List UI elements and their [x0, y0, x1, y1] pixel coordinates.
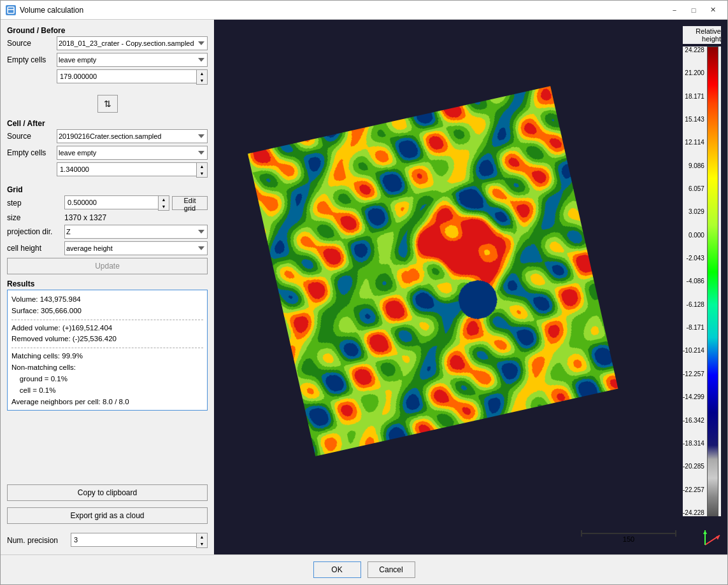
cell-source-select[interactable]: 20190216Crater.section.sampled	[57, 129, 208, 143]
scale-bar: 150	[581, 533, 676, 543]
colorbar-label: 3.029	[689, 208, 704, 215]
main-window: Volume calculation − □ ✕ Ground / Before…	[0, 0, 728, 585]
colorbar-label: -2.043	[687, 255, 704, 262]
grid-section: Grid step ▲ ▼ Edit grid	[7, 185, 208, 274]
scale-label: 150	[623, 535, 634, 543]
ground-height-input[interactable]	[57, 69, 196, 83]
ground-source-label: Source	[7, 39, 57, 48]
colorbar-label: -8.171	[687, 324, 704, 331]
cell-height-down[interactable]: ▼	[197, 170, 207, 177]
grid-projection-row: projection dir. Z	[7, 225, 208, 239]
num-precision-row: Num. precision ▲ ▼	[7, 533, 208, 548]
colorbar-gradient	[707, 46, 718, 516]
svg-marker-3	[716, 535, 720, 540]
cell-source-row: Source 20190216Crater.section.sampled	[7, 129, 208, 143]
grid-cell-height-label: cell height	[7, 244, 64, 253]
cell-height-input[interactable]	[57, 162, 196, 176]
cell-empty-cells-label: Empty cells	[7, 148, 57, 157]
colorbar-label: 18.171	[685, 93, 704, 100]
results-text: Volume: 143,975.984 Surface: 305,666.000…	[11, 294, 203, 407]
grid-size-value: 1370 x 1327	[64, 213, 106, 222]
colorbar-label: 12.114	[685, 139, 704, 146]
ground-height-down[interactable]: ▼	[197, 77, 207, 84]
axes-icon	[702, 529, 721, 548]
ground-height-row: ▲ ▼	[7, 69, 208, 85]
result-matching: Matching cells: 99.9%	[11, 351, 203, 362]
num-precision-arrows: ▲ ▼	[196, 533, 208, 548]
colorbar-label: -20.285	[683, 463, 704, 470]
grid-step-down[interactable]: ▼	[159, 203, 169, 210]
edit-grid-button[interactable]: Edit grid	[172, 196, 208, 210]
grid-step-input[interactable]	[64, 195, 158, 209]
window-controls: − □ ✕	[665, 3, 722, 17]
copy-clipboard-button[interactable]: Copy to clipboard	[7, 484, 208, 501]
ground-source-select[interactable]: 2018_01_23_crater - Copy.section.sampled	[57, 36, 208, 50]
grid-step-up[interactable]: ▲	[159, 196, 169, 203]
grid-step-arrows: ▲ ▼	[158, 195, 169, 211]
result-avg-neighbors: Average neighbors per cell: 8.0 / 8.0	[11, 397, 203, 408]
results-section: Results Volume: 143,975.984 Surface: 305…	[7, 279, 208, 481]
colorbar-label: 24.228	[685, 46, 704, 53]
update-button[interactable]: Update	[7, 258, 208, 274]
grid-cell-height-select[interactable]: average height	[64, 241, 208, 255]
grid-size-row: size 1370 x 1327	[7, 213, 208, 222]
cell-empty-cells-select[interactable]: leave empty	[57, 146, 208, 160]
colorbar-label: 6.057	[689, 185, 704, 192]
grid-cell-height-row: cell height average height	[7, 241, 208, 255]
grid-step-wrap: ▲ ▼ Edit grid	[64, 195, 208, 211]
ground-empty-cells-label: Empty cells	[7, 55, 57, 64]
grid-step-label: step	[7, 199, 64, 208]
gradient-bar	[708, 47, 718, 516]
result-nonmatching: Non-matching cells:	[11, 362, 203, 374]
num-precision-down[interactable]: ▼	[197, 540, 207, 547]
colorbar-title: Relative height	[683, 26, 721, 44]
minimize-button[interactable]: −	[665, 3, 684, 17]
colorbar-labels: 24.22821.20018.17115.14312.1149.0866.057…	[683, 46, 704, 516]
num-precision-spinbox: ▲ ▼	[71, 533, 208, 548]
num-precision-input[interactable]	[71, 533, 196, 547]
colorbar-wrap: 24.22821.20018.17115.14312.1149.0866.057…	[683, 46, 721, 516]
colorbar-label: -6.128	[687, 301, 704, 308]
result-volume: Volume: 143,975.984	[11, 294, 203, 306]
result-surface: Surface: 305,666.000	[11, 306, 203, 317]
cancel-button[interactable]: Cancel	[368, 561, 415, 578]
grid-size-label: size	[7, 213, 64, 222]
cell-empty-cells-row: Empty cells leave empty	[7, 146, 208, 160]
grid-projection-label: projection dir.	[7, 227, 64, 236]
window-title: Volume calculation	[20, 6, 665, 15]
colorbar-label: 9.086	[689, 162, 704, 169]
export-grid-button[interactable]: Export grid as a cloud	[7, 507, 208, 524]
swap-button-container: ⇅	[7, 95, 208, 113]
ground-height-spinbox: ▲ ▼	[57, 69, 208, 85]
ground-empty-cells-select[interactable]: leave empty	[57, 53, 208, 67]
cell-height-up[interactable]: ▲	[197, 163, 207, 170]
cell-after-section: Cell / After Source 20190216Crater.secti…	[7, 119, 208, 180]
colorbar-container: Relative height 24.22821.20018.17115.143…	[683, 26, 721, 516]
ground-source-row: Source 2018_01_23_crater - Copy.section.…	[7, 36, 208, 50]
left-panel: Ground / Before Source 2018_01_23_crater…	[1, 20, 214, 554]
cell-height-spinbox: ▲ ▼	[57, 162, 208, 178]
grid-step-row: step ▲ ▼ Edit grid	[7, 195, 208, 211]
titlebar: Volume calculation − □ ✕	[1, 1, 727, 20]
colorbar-label: -12.257	[683, 370, 704, 377]
grid-projection-select[interactable]: Z	[64, 225, 208, 239]
right-panel: Relative height 24.22821.20018.17115.143…	[214, 20, 727, 554]
colorbar-label: 0.000	[689, 232, 704, 239]
maximize-button[interactable]: □	[684, 3, 703, 17]
num-precision-up[interactable]: ▲	[197, 533, 207, 540]
ground-before-section: Ground / Before Source 2018_01_23_crater…	[7, 26, 208, 87]
ground-height-up[interactable]: ▲	[197, 70, 207, 77]
results-label: Results	[7, 279, 208, 288]
colorbar-label: -24.228	[683, 509, 704, 516]
colorbar-label: 15.143	[685, 116, 704, 123]
num-precision-label: Num. precision	[7, 536, 71, 545]
terrain-canvas	[214, 20, 670, 523]
grid-step-spinbox: ▲ ▼	[64, 195, 169, 211]
swap-button[interactable]: ⇅	[97, 95, 118, 113]
results-box[interactable]: Volume: 143,975.984 Surface: 305,666.000…	[7, 290, 208, 411]
colorbar-label: -14.299	[683, 393, 704, 400]
ok-button[interactable]: OK	[313, 561, 361, 578]
close-button[interactable]: ✕	[703, 3, 722, 17]
grid-label: Grid	[7, 185, 208, 194]
bottom-buttons: OK Cancel	[1, 554, 727, 584]
